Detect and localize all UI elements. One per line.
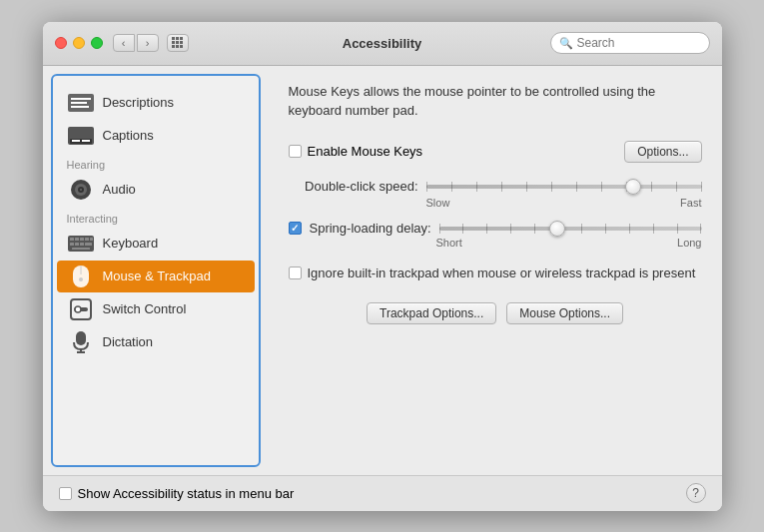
show-status-label: Show Accessibility status in menu bar <box>78 486 295 501</box>
mouse-trackpad-label: Mouse & Trackpad <box>103 268 211 283</box>
ignore-trackpad-label: Ignore built-in trackpad when mouse or w… <box>308 265 696 282</box>
spring-short: Short <box>436 237 462 249</box>
search-box[interactable]: 🔍 <box>550 32 710 54</box>
back-button[interactable]: ‹ <box>113 34 135 52</box>
sidebar-item-switch-control[interactable]: Switch Control <box>57 293 255 325</box>
sidebar: Descriptions Captions Hearing <box>51 74 261 467</box>
spring-loading-slider[interactable] <box>439 221 702 237</box>
switch-control-label: Switch Control <box>103 301 187 316</box>
bottom-buttons: Trackpad Options... Mouse Options... <box>289 302 702 324</box>
trackpad-options-button[interactable]: Trackpad Options... <box>367 302 496 324</box>
sidebar-item-dictation[interactable]: Dictation <box>57 326 255 358</box>
svg-rect-12 <box>71 106 89 108</box>
options-button[interactable]: Options... <box>624 141 701 163</box>
main-window: ‹ › Accessibility 🔍 <box>43 22 722 511</box>
spring-loading-row: Spring-loading delay: <box>289 221 702 249</box>
descriptions-label: Descriptions <box>103 95 175 110</box>
section-hearing: Hearing <box>53 153 259 173</box>
nav-buttons: ‹ › <box>113 34 159 52</box>
main-panel: Mouse Keys allows the mouse pointer to b… <box>269 66 722 475</box>
keyboard-icon <box>67 233 95 255</box>
svg-point-20 <box>80 189 82 191</box>
svg-rect-2 <box>180 37 183 40</box>
svg-rect-4 <box>176 41 179 44</box>
dictation-label: Dictation <box>103 334 154 349</box>
svg-rect-25 <box>85 238 89 241</box>
search-icon: 🔍 <box>559 37 573 50</box>
svg-rect-0 <box>172 37 175 40</box>
content-area: Descriptions Captions Hearing <box>43 66 722 475</box>
audio-icon <box>67 179 95 201</box>
svg-point-37 <box>75 306 81 312</box>
captions-label: Captions <box>103 128 154 143</box>
double-click-track <box>426 185 702 189</box>
svg-rect-23 <box>75 238 79 241</box>
titlebar: ‹ › Accessibility 🔍 <box>43 22 722 66</box>
spring-range-labels: Short Long <box>436 237 702 249</box>
switch-control-icon <box>67 298 95 320</box>
ignore-trackpad-row: Ignore built-in trackpad when mouse or w… <box>289 265 702 282</box>
spring-loading-top: Spring-loading delay: <box>289 221 702 237</box>
spring-long: Long <box>677 237 701 249</box>
footer-left: Show Accessibility status in menu bar <box>59 486 295 501</box>
section-interacting: Interacting <box>53 207 259 227</box>
enable-mouse-keys-left: Enable Mouse Keys <box>289 144 423 159</box>
svg-rect-3 <box>172 41 175 44</box>
mouse-options-button[interactable]: Mouse Options... <box>506 302 623 324</box>
sidebar-item-captions[interactable]: Captions <box>57 120 255 152</box>
minimize-button[interactable] <box>73 37 85 49</box>
sidebar-item-descriptions[interactable]: Descriptions <box>57 87 255 119</box>
svg-rect-30 <box>85 243 92 246</box>
svg-rect-16 <box>82 140 90 142</box>
search-input[interactable] <box>577 36 701 50</box>
svg-rect-7 <box>176 45 179 48</box>
double-click-thumb[interactable] <box>625 179 641 195</box>
svg-rect-38 <box>76 331 86 345</box>
svg-rect-27 <box>70 243 74 246</box>
svg-point-34 <box>79 277 83 281</box>
description-text: Mouse Keys allows the mouse pointer to b… <box>289 82 702 121</box>
keyboard-label: Keyboard <box>103 236 159 251</box>
enable-mouse-keys-row: Enable Mouse Keys Options... <box>289 141 702 163</box>
help-button[interactable]: ? <box>686 483 706 503</box>
svg-rect-8 <box>180 45 183 48</box>
spring-loading-track <box>439 227 702 231</box>
forward-button[interactable]: › <box>137 34 159 52</box>
svg-rect-31 <box>72 248 90 250</box>
sidebar-item-keyboard[interactable]: Keyboard <box>57 228 255 260</box>
svg-rect-24 <box>80 238 84 241</box>
descriptions-icon <box>67 92 95 114</box>
mouse-trackpad-icon <box>67 266 95 287</box>
audio-label: Audio <box>103 182 136 197</box>
double-click-speed-row: Double-click speed: <box>289 179 702 209</box>
footer: Show Accessibility status in menu bar ? <box>43 475 722 511</box>
svg-rect-1 <box>176 37 179 40</box>
maximize-button[interactable] <box>91 37 103 49</box>
double-click-fast: Fast <box>680 197 701 209</box>
sidebar-item-mouse-trackpad[interactable]: Mouse & Trackpad <box>57 261 255 292</box>
svg-rect-10 <box>71 98 91 100</box>
spring-loading-checkbox[interactable] <box>289 222 302 235</box>
svg-rect-22 <box>70 238 74 241</box>
enable-mouse-keys-checkbox[interactable] <box>289 145 302 158</box>
close-button[interactable] <box>55 37 67 49</box>
spring-loading-thumb[interactable] <box>549 221 565 237</box>
svg-rect-26 <box>90 238 93 241</box>
svg-rect-5 <box>180 41 183 44</box>
double-click-range-labels: Slow Fast <box>426 197 702 209</box>
double-click-slider[interactable] <box>426 179 702 195</box>
svg-rect-28 <box>75 243 79 246</box>
show-status-checkbox[interactable] <box>59 487 72 500</box>
svg-rect-11 <box>71 102 87 104</box>
svg-rect-6 <box>172 45 175 48</box>
traffic-lights <box>55 37 103 49</box>
sidebar-item-audio[interactable]: Audio <box>57 174 255 206</box>
captions-icon <box>67 125 95 147</box>
dictation-icon <box>67 331 95 353</box>
double-click-label: Double-click speed: <box>289 179 418 194</box>
svg-rect-29 <box>80 243 84 246</box>
ignore-trackpad-checkbox[interactable] <box>289 266 302 279</box>
grid-view-button[interactable] <box>167 34 189 52</box>
double-click-slow: Slow <box>426 197 450 209</box>
enable-mouse-keys-label: Enable Mouse Keys <box>308 144 423 159</box>
